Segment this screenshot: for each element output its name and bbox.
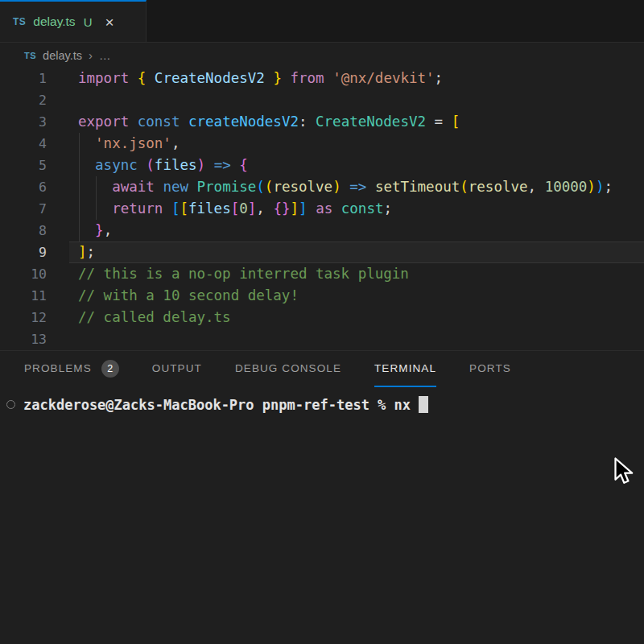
code-text [47,328,78,350]
code-line[interactable]: 7 return [[files[0], {}]] as const; [0,198,644,220]
code-line[interactable]: 9]; [0,242,644,263]
code-editor[interactable]: 1import { CreateNodesV2 } from '@nx/devk… [0,68,644,350]
code-line[interactable]: 6 await new Promise((resolve) => setTime… [0,176,644,198]
code-line[interactable]: 3export const createNodesV2: CreateNodes… [0,111,644,133]
mouse-cursor-icon [612,457,636,486]
code-line[interactable]: 11// with a 10 second delay! [0,285,644,307]
panel-tab-label: TERMINAL [374,362,436,374]
line-number: 9 [0,242,47,263]
code-line[interactable]: 13 [0,328,644,350]
code-text: // with a 10 second delay! [47,285,299,307]
line-number: 2 [0,89,47,111]
panel-tabs: PROBLEMS2OUTPUTDEBUG CONSOLETERMINALPORT… [0,351,644,387]
panel-tab-label: PROBLEMS [24,362,92,374]
editor-lines: 1import { CreateNodesV2 } from '@nx/devk… [0,68,644,350]
line-number: 3 [0,111,47,133]
code-text: 'nx.json', [47,133,180,155]
code-line[interactable]: 2 [0,89,644,111]
panel-tab-terminal[interactable]: TERMINAL [374,351,436,387]
panel-tab-output[interactable]: OUTPUT [152,351,202,387]
typescript-file-icon: TS [13,16,26,27]
code-text: }, [47,220,112,242]
code-text: export const createNodesV2: CreateNodesV… [47,111,460,133]
bottom-panel: PROBLEMS2OUTPUTDEBUG CONSOLETERMINALPORT… [0,350,644,413]
code-text: async (files) => { [47,155,248,176]
line-number: 4 [0,133,47,155]
code-line[interactable]: 5 async (files) => { [0,155,644,176]
code-line[interactable]: 10// this is a no-op interred task plugi… [0,263,644,285]
line-number: 10 [0,263,47,285]
code-text: import { CreateNodesV2 } from '@nx/devki… [47,68,443,89]
code-line[interactable]: 12// called delay.ts [0,307,644,328]
close-icon[interactable]: × [105,14,114,30]
line-number: 13 [0,328,47,350]
code-text: // called delay.ts [47,307,231,328]
code-line[interactable]: 1import { CreateNodesV2 } from '@nx/devk… [0,68,644,89]
panel-tab-ports[interactable]: PORTS [469,351,511,387]
line-number: 12 [0,307,47,328]
tab-filename: delay.ts [33,14,75,29]
line-number: 7 [0,198,47,220]
code-text: // this is a no-op interred task plugin [47,263,409,285]
breadcrumb-symbol-ellipsis[interactable]: … [99,49,111,62]
panel-tab-label: DEBUG CONSOLE [235,362,341,374]
editor-tab-bar: TS delay.ts U × [0,0,644,43]
chevron-right-icon: › [89,48,93,62]
panel-tab-debug-console[interactable]: DEBUG CONSOLE [235,351,341,387]
line-number: 8 [0,220,47,242]
code-text: await new Promise((resolve) => setTimeou… [47,176,613,198]
vscode-window: TS delay.ts U × TS delay.ts › … 1import … [0,0,644,644]
typescript-file-icon: TS [24,51,36,60]
line-number: 6 [0,176,47,198]
panel-tab-problems[interactable]: PROBLEMS2 [24,351,119,387]
code-line[interactable]: 8 }, [0,220,644,242]
code-text: return [[files[0], {}]] as const; [47,198,392,220]
line-number: 1 [0,68,47,89]
panel-tab-label: OUTPUT [152,362,202,374]
line-number: 5 [0,155,47,176]
terminal-prompt-row[interactable]: zackderose@Zacks-MacBook-Pro pnpm-ref-te… [6,396,644,413]
panel-tab-label: PORTS [469,362,511,374]
line-number: 11 [0,285,47,307]
code-text [47,89,78,111]
breadcrumb: TS delay.ts › … [0,43,644,68]
breadcrumb-filename[interactable]: delay.ts [43,49,82,62]
terminal-prompt-text: zackderose@Zacks-MacBook-Pro pnpm-ref-te… [23,397,411,413]
command-decoration-icon[interactable] [6,400,15,409]
terminal-cursor [419,396,428,413]
terminal-view[interactable]: zackderose@Zacks-MacBook-Pro pnpm-ref-te… [0,387,644,413]
code-line[interactable]: 4 'nx.json', [0,133,644,155]
tab-delay-ts[interactable]: TS delay.ts U × [0,0,147,42]
problems-count-badge: 2 [101,360,119,378]
git-untracked-badge: U [84,15,93,29]
code-text: ]; [47,242,95,263]
